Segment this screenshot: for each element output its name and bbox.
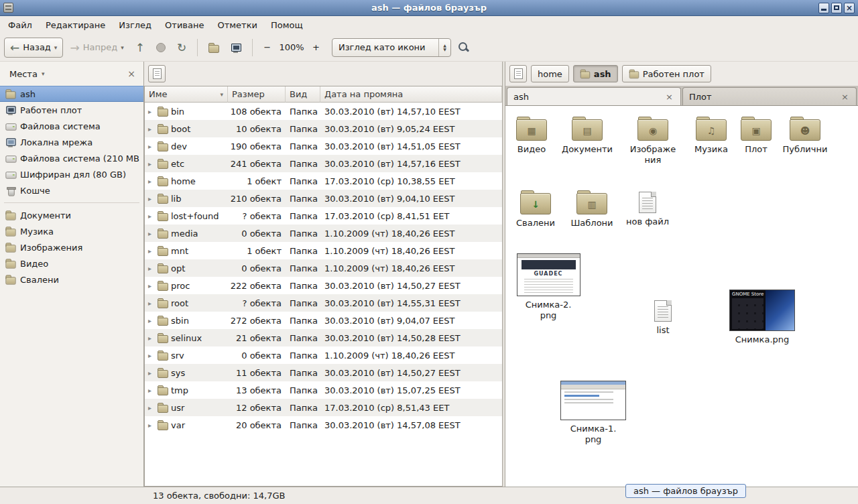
folder-item-desktop[interactable]: ▣ Плот: [736, 117, 776, 155]
column-header-size[interactable]: Размер: [228, 86, 286, 103]
minimize-button[interactable]: [818, 3, 829, 13]
file-item-snimka-1[interactable]: Снимка-1.png: [568, 381, 618, 445]
file-row[interactable]: ▸ boot 10 обекта Папка 30.03.2010 (вт) 9…: [145, 120, 502, 137]
expander-icon[interactable]: ▸: [148, 143, 155, 150]
maximize-button[interactable]: [831, 3, 842, 13]
file-item-list[interactable]: list: [643, 300, 683, 336]
column-header-name[interactable]: Име ▾: [145, 86, 228, 103]
path-root-button[interactable]: [509, 65, 527, 82]
expander-icon[interactable]: ▸: [148, 160, 155, 168]
titlebar[interactable]: ash — файлов браузър ×: [0, 0, 858, 16]
zoom-in-button[interactable]: +: [308, 38, 324, 58]
expander-icon[interactable]: ▸: [148, 334, 155, 342]
sidebar-close-button[interactable]: ×: [125, 68, 138, 79]
file-row[interactable]: ▸ proc 222 обекта Папка 30.03.2010 (вт) …: [145, 277, 502, 294]
computer-button[interactable]: [226, 38, 246, 58]
folder-item-documents[interactable]: ▤ Документи: [559, 117, 615, 155]
expander-icon[interactable]: ▸: [148, 108, 155, 115]
reload-button[interactable]: ↻: [172, 38, 191, 58]
file-item-new-file[interactable]: нов файл: [622, 192, 673, 227]
expander-icon[interactable]: ▸: [148, 125, 155, 133]
expander-icon[interactable]: ▸: [148, 265, 155, 272]
sidebar-item[interactable]: Файлова система (210 MB): [0, 150, 143, 166]
file-row[interactable]: ▸ sys 11 обекта Папка 30.03.2010 (вт) 14…: [145, 364, 502, 381]
file-row[interactable]: ▸ lib 210 обекта Папка 30.03.2010 (вт) 9…: [145, 190, 502, 207]
stop-button[interactable]: [151, 38, 170, 58]
sidebar-item[interactable]: Изображения: [0, 239, 143, 255]
close-button[interactable]: ×: [844, 3, 855, 13]
menu-view[interactable]: Изглед: [112, 18, 158, 32]
expander-icon[interactable]: ▸: [148, 282, 155, 290]
folder-item-templates[interactable]: ▥ Шаблони: [566, 190, 617, 229]
folder-item-video[interactable]: ▦ Видео: [507, 117, 556, 155]
expander-icon[interactable]: ▸: [148, 212, 155, 220]
file-row[interactable]: ▸ selinux 21 обекта Папка 30.03.2010 (вт…: [145, 329, 502, 346]
file-row[interactable]: ▸ mnt 1 обект Папка 1.10.2009 (чт) 18,40…: [145, 242, 502, 259]
file-item-snimka[interactable]: GNOME Store Снимка.png: [729, 290, 796, 345]
breadcrumb-button[interactable]: Работен плот: [622, 65, 711, 82]
pane-location-button[interactable]: [148, 65, 166, 82]
expander-icon[interactable]: ▸: [148, 352, 155, 359]
sidebar-item[interactable]: Музика: [0, 223, 143, 239]
folder-item-music[interactable]: ♫ Музика: [687, 117, 735, 155]
tab-close-icon[interactable]: ×: [840, 92, 850, 102]
sidebar-item[interactable]: Файлова система: [0, 118, 143, 134]
menu-help[interactable]: Помощ: [264, 18, 310, 32]
file-row[interactable]: ▸ sbin 272 обекта Папка 30.03.2010 (вт) …: [145, 312, 502, 329]
spinner-icons[interactable]: ▲ ▼: [438, 39, 450, 56]
menu-go[interactable]: Отиване: [158, 18, 210, 32]
expander-icon[interactable]: ▸: [148, 369, 155, 377]
forward-button[interactable]: → Напред ▾: [65, 38, 128, 58]
folder-item-public[interactable]: ☻ Публични: [778, 117, 832, 155]
expander-icon[interactable]: ▸: [148, 387, 155, 394]
tab-close-icon[interactable]: ×: [664, 92, 674, 102]
menu-file[interactable]: Файл: [1, 18, 39, 32]
file-item-snimka-2[interactable]: GUADEC Снимка-2.png: [524, 253, 573, 321]
up-button[interactable]: ↑: [131, 38, 149, 58]
expander-icon[interactable]: ▸: [148, 195, 155, 202]
file-row[interactable]: ▸ srv 0 обекта Папка 1.10.2009 (чт) 18,4…: [145, 346, 502, 364]
zoom-out-button[interactable]: −: [259, 38, 275, 58]
file-row[interactable]: ▸ root ? обекта Папка 30.03.2010 (вт) 14…: [145, 294, 502, 312]
file-row[interactable]: ▸ home 1 обект Папка 17.03.2010 (ср) 10,…: [145, 172, 502, 190]
folder-item-downloads[interactable]: ↓ Свалени: [510, 190, 561, 229]
file-row[interactable]: ▸ lost+found ? обекта Папка 17.03.2010 (…: [145, 207, 502, 225]
expander-icon[interactable]: ▸: [148, 300, 155, 307]
sidebar-item[interactable]: ash: [0, 86, 143, 102]
file-row[interactable]: ▸ bin 108 обекта Папка 30.03.2010 (вт) 1…: [145, 103, 502, 120]
file-row[interactable]: ▸ usr 12 обекта Папка 17.03.2010 (ср) 8,…: [145, 399, 502, 416]
sidebar-item[interactable]: Работен плот: [0, 102, 143, 118]
search-button[interactable]: [453, 38, 474, 58]
tab[interactable]: Плот ×: [682, 87, 857, 105]
sidebar-item[interactable]: Документи: [0, 207, 143, 223]
sidebar-item[interactable]: Свалени: [0, 271, 143, 288]
file-row[interactable]: ▸ tmp 13 обекта Папка 30.03.2010 (вт) 15…: [145, 381, 502, 399]
icon-view[interactable]: ▦ Видео ▤ Документи ◉ Изображения ♫ Музи…: [505, 106, 858, 487]
sidebar-mode-selector[interactable]: Места ▾: [5, 67, 48, 81]
sidebar-item[interactable]: Локална мрежа: [0, 134, 143, 150]
column-header-type[interactable]: Вид: [286, 86, 320, 103]
tab[interactable]: ash ×: [507, 87, 681, 105]
expander-icon[interactable]: ▸: [148, 404, 155, 412]
file-row[interactable]: ▸ etc 241 обекта Папка 30.03.2010 (вт) 1…: [145, 155, 502, 172]
expander-icon[interactable]: ▸: [148, 317, 155, 324]
sidebar-item[interactable]: Шифриран дял (80 GB): [0, 166, 143, 182]
back-button[interactable]: ← Назад ▾: [4, 38, 63, 58]
menu-edit[interactable]: Редактиране: [39, 18, 112, 32]
view-mode-selector[interactable]: Изглед като икони ▲ ▼: [332, 38, 451, 57]
column-header-date[interactable]: Дата на промяна: [320, 86, 502, 103]
file-row[interactable]: ▸ var 20 обекта Папка 30.03.2010 (вт) 14…: [145, 416, 502, 434]
breadcrumb-button[interactable]: home: [531, 65, 569, 82]
file-row[interactable]: ▸ dev 190 обекта Папка 30.03.2010 (вт) 1…: [145, 137, 502, 155]
sidebar-item[interactable]: Кошче: [0, 182, 143, 198]
breadcrumb-button[interactable]: ash: [573, 65, 618, 82]
menu-bookmarks[interactable]: Отметки: [210, 18, 263, 32]
expander-icon[interactable]: ▸: [148, 422, 155, 429]
expander-icon[interactable]: ▸: [148, 230, 155, 237]
folder-item-images[interactable]: ◉ Изображения: [628, 117, 678, 166]
file-row[interactable]: ▸ opt 0 обекта Папка 1.10.2009 (чт) 18,4…: [145, 259, 502, 277]
home-button[interactable]: [204, 38, 224, 58]
expander-icon[interactable]: ▸: [148, 178, 155, 185]
file-row[interactable]: ▸ media 0 обекта Папка 1.10.2009 (чт) 18…: [145, 225, 502, 242]
expander-icon[interactable]: ▸: [148, 247, 155, 255]
